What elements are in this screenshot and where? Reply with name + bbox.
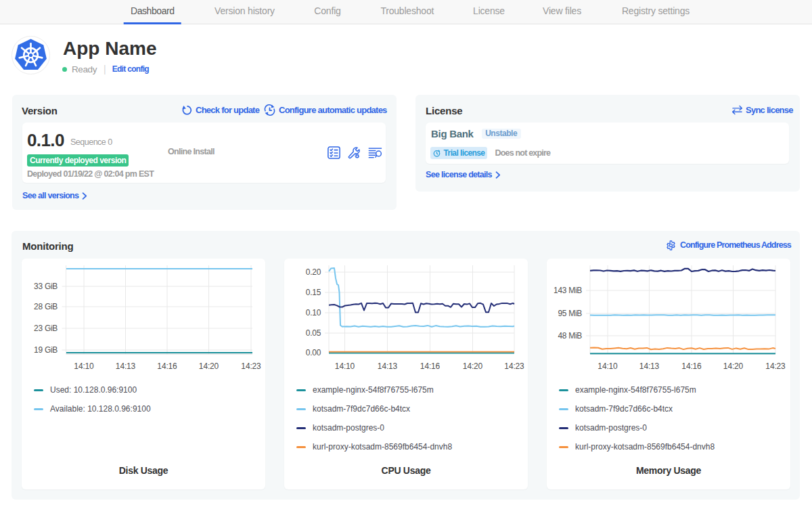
svg-text:14:23: 14:23 xyxy=(504,361,524,371)
svg-text:33 GiB: 33 GiB xyxy=(34,282,58,291)
svg-text:0.10: 0.10 xyxy=(306,308,321,317)
svg-text:48 MiB: 48 MiB xyxy=(558,331,582,341)
svg-text:14:16: 14:16 xyxy=(420,361,441,371)
svg-text:14:20: 14:20 xyxy=(723,361,744,371)
svg-text:0.00: 0.00 xyxy=(306,348,321,357)
svg-text:14:20: 14:20 xyxy=(199,361,219,371)
svg-text:0.20: 0.20 xyxy=(306,267,321,277)
svg-text:14:13: 14:13 xyxy=(639,361,660,371)
svg-text:95 MiB: 95 MiB xyxy=(558,309,582,318)
svg-text:14:10: 14:10 xyxy=(597,361,618,371)
svg-text:14:16: 14:16 xyxy=(157,361,177,371)
svg-text:14:13: 14:13 xyxy=(378,361,398,371)
svg-text:23 GiB: 23 GiB xyxy=(34,324,58,333)
svg-text:19 GiB: 19 GiB xyxy=(34,345,58,355)
svg-text:14:20: 14:20 xyxy=(463,361,483,371)
svg-text:143 MiB: 143 MiB xyxy=(554,286,582,295)
svg-text:14:10: 14:10 xyxy=(335,361,355,371)
svg-text:28 GiB: 28 GiB xyxy=(34,302,58,311)
svg-text:14:23: 14:23 xyxy=(765,361,786,371)
svg-text:14:13: 14:13 xyxy=(116,361,136,371)
svg-text:0.05: 0.05 xyxy=(306,328,321,338)
svg-text:14:23: 14:23 xyxy=(241,361,261,371)
svg-text:14:10: 14:10 xyxy=(74,361,94,371)
svg-text:14:16: 14:16 xyxy=(681,361,702,371)
svg-text:0.15: 0.15 xyxy=(306,288,321,297)
